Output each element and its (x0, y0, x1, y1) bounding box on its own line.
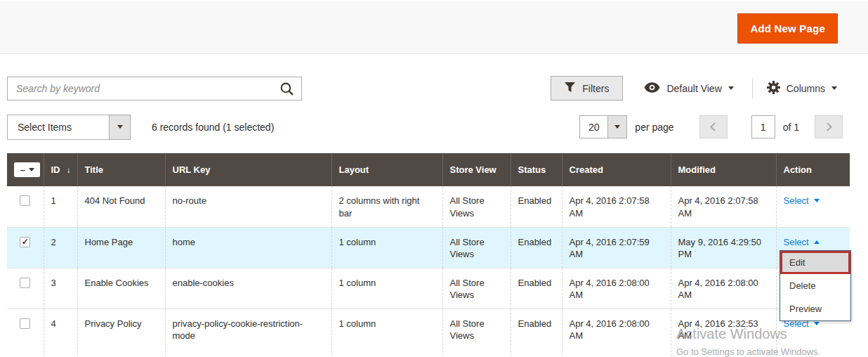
cell-id: 1 (44, 186, 77, 227)
column-header-status[interactable]: Status (511, 153, 562, 186)
page-header-band: Add New Page (0, 1, 868, 54)
table-row: 4 Privacy Policy privacy-policy-cookie-r… (7, 309, 850, 357)
cell-store-view: All Store Views (442, 268, 511, 309)
cell-status: Enabled (511, 309, 562, 357)
toolbar-divider (752, 78, 753, 99)
cell-title: Privacy Policy (77, 309, 165, 357)
cell-url-key: enable-cookies (165, 268, 331, 309)
chevron-up-icon (814, 240, 820, 244)
row-action-select-open[interactable]: Select (784, 236, 820, 249)
cell-title: 404 Not Found (77, 186, 165, 227)
next-page-button[interactable] (815, 115, 843, 138)
per-page-caret[interactable] (607, 116, 626, 138)
cell-status: Enabled (511, 227, 562, 268)
mass-action-dropdown[interactable]: Select Items (7, 115, 131, 140)
cell-store-view: All Store Views (442, 186, 511, 227)
total-pages-label: of 1 (783, 122, 799, 133)
cell-url-key: privacy-policy-cookie-restriction-mode (165, 309, 331, 357)
per-page-value: 20 (580, 116, 607, 138)
row-action-select[interactable]: Select (784, 195, 820, 207)
grid-header-row: – ID↓ Title URL Key Layout Store View St… (7, 153, 850, 186)
column-header-action: Action (776, 153, 850, 186)
row-action-menu: Edit Delete Preview (780, 250, 851, 321)
column-header-url-key[interactable]: URL Key (165, 153, 331, 186)
chevron-right-icon (823, 122, 832, 131)
cell-status: Enabled (511, 268, 562, 309)
cell-modified: Apr 4, 2016 2:08:00 AM (671, 268, 776, 309)
mass-action-label: Select Items (8, 115, 109, 139)
cell-id: 3 (44, 268, 77, 309)
cell-modified: May 9, 2016 4:29:50 PM (671, 227, 776, 268)
cell-store-view: All Store Views (442, 309, 511, 357)
table-row: 1 404 Not Found no-route 2 columns with … (7, 186, 850, 227)
cell-title: Enable Cookies (77, 268, 165, 309)
cell-created: Apr 4, 2016 2:08:00 AM (562, 268, 671, 309)
chevron-down-icon (29, 168, 34, 171)
cms-pages-grid: – ID↓ Title URL Key Layout Store View St… (7, 153, 850, 357)
default-view-dropdown[interactable]: Default View (644, 82, 733, 95)
select-all-header: – (7, 153, 44, 186)
columns-label: Columns (787, 83, 825, 94)
per-page-label: per page (635, 122, 673, 133)
cell-id: 4 (44, 309, 77, 357)
search-icon[interactable] (279, 81, 295, 99)
menu-item-edit[interactable]: Edit (780, 251, 850, 274)
cell-created: Apr 4, 2016 2:07:58 AM (562, 186, 671, 227)
previous-page-button[interactable] (699, 115, 728, 138)
cell-layout: 1 column (331, 227, 442, 268)
mass-action-caret[interactable] (109, 115, 130, 139)
column-header-id[interactable]: ID↓ (44, 153, 77, 186)
cell-title: Home Page (77, 227, 165, 268)
records-summary: 6 records found (1 selected) (152, 122, 274, 133)
cell-created: Apr 4, 2016 2:07:59 AM (562, 227, 671, 268)
cell-created: Apr 4, 2016 2:08:00 AM (562, 309, 671, 357)
cell-store-view: All Store Views (442, 227, 511, 268)
per-page-select[interactable]: 20 (579, 115, 627, 138)
gear-icon (767, 81, 780, 96)
chevron-down-icon (814, 322, 820, 325)
column-header-created[interactable]: Created (562, 153, 671, 186)
add-new-page-button[interactable]: Add New Page (737, 13, 838, 44)
menu-item-preview[interactable]: Preview (780, 297, 850, 320)
grid-view-controls: Filters Default View (551, 76, 841, 100)
column-header-modified[interactable]: Modified (671, 153, 776, 186)
current-page-input[interactable] (751, 115, 775, 138)
cell-modified: Apr 4, 2016 2:32:53 AM (671, 309, 776, 357)
columns-dropdown[interactable]: Columns (767, 81, 837, 96)
indeterminate-icon: – (20, 167, 25, 174)
row-checkbox[interactable] (20, 195, 30, 206)
row-checkbox[interactable] (20, 278, 30, 288)
menu-item-delete[interactable]: Delete (780, 274, 850, 297)
column-header-layout[interactable]: Layout (331, 153, 442, 186)
cell-id: 2 (44, 227, 77, 268)
chevron-down-icon (814, 199, 820, 202)
row-checkbox[interactable] (20, 318, 30, 329)
filter-funnel-icon (565, 82, 575, 94)
cell-layout: 2 columns with right bar (331, 186, 442, 227)
filters-label: Filters (582, 83, 609, 94)
cell-layout: 1 column (331, 309, 442, 357)
column-header-title[interactable]: Title (77, 153, 165, 186)
filters-button[interactable]: Filters (551, 76, 623, 100)
sort-descending-icon: ↓ (67, 165, 71, 175)
cell-layout: 1 column (331, 268, 442, 309)
select-all-dropdown[interactable]: – (14, 162, 40, 177)
cell-url-key: no-route (165, 186, 331, 227)
table-row-selected: 2 Home Page home 1 column All Store View… (7, 227, 850, 268)
cell-modified: Apr 4, 2016 2:07:58 AM (671, 186, 776, 227)
search-input[interactable] (8, 77, 301, 100)
chevron-down-icon (728, 86, 734, 90)
default-view-label: Default View (666, 83, 721, 94)
grid-controls-row: Select Items 6 records found (1 selected… (7, 114, 843, 140)
eye-icon (644, 82, 660, 95)
row-checkbox-checked[interactable] (20, 237, 30, 247)
keyword-search (7, 77, 302, 100)
grid-toolbar: Filters Default View (7, 76, 841, 100)
column-header-store-view[interactable]: Store View (442, 153, 511, 186)
chevron-down-icon (117, 125, 123, 129)
chevron-down-icon (831, 86, 837, 90)
chevron-down-icon (614, 125, 620, 129)
table-row: 3 Enable Cookies enable-cookies 1 column… (7, 268, 850, 309)
chevron-left-icon (710, 122, 719, 131)
cell-url-key: home (165, 227, 331, 268)
